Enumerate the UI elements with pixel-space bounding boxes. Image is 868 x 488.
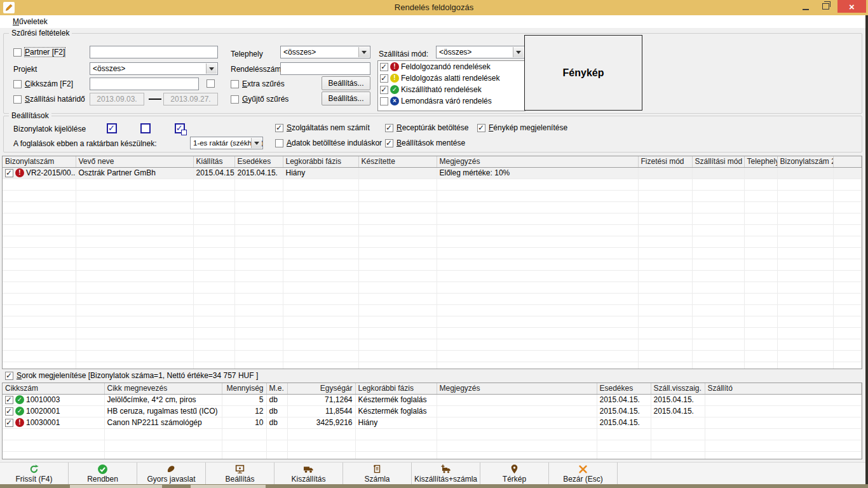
cikkszam-checkbox[interactable]: Cikkszám [F2] [13, 79, 73, 88]
state-label[interactable]: Feldolgozás alatti rendelések [401, 74, 499, 83]
delivery-button[interactable]: Kiszállítás [275, 463, 343, 485]
adatok-checkbox[interactable]: Adatok betölltése induláskor [275, 139, 382, 147]
fenykep-label[interactable]: Fénykép megjelenítése [489, 123, 567, 132]
col-fizetesi-mod[interactable]: Fizetési mód [638, 156, 692, 167]
state-checkbox[interactable] [380, 86, 388, 94]
col-bizonylatszam2[interactable]: Bizonylatszám 2. [777, 156, 833, 167]
col-kiallitas[interactable]: Kiállítás [193, 156, 234, 167]
fenykep-checkbox-box[interactable] [477, 124, 485, 132]
chevron-down-icon[interactable] [251, 138, 262, 148]
close-esc-button[interactable]: Bezár (Esc) [549, 463, 618, 485]
partner-checkbox-box[interactable] [13, 48, 22, 57]
col-keszitette[interactable]: Készítette [358, 156, 437, 167]
col-bizonylatszam[interactable]: Bizonylatszám [3, 156, 76, 167]
minimize-button[interactable] [796, 0, 815, 13]
col-szall-visszaig[interactable]: Száll.visszaig. [651, 383, 705, 394]
hatarido-checkbox-box[interactable] [13, 95, 22, 104]
col-esedekes[interactable]: Esedékes [597, 383, 651, 394]
settings-button[interactable]: Beállítás [206, 463, 275, 485]
chevron-down-icon[interactable] [513, 47, 524, 57]
state-label[interactable]: Feldolgozandó rendelések [401, 62, 491, 71]
gyujto-szures-checkbox-box[interactable] [231, 95, 239, 104]
state-checkbox[interactable] [380, 63, 388, 71]
quick-suggestion-button[interactable]: Gyors javaslat [137, 463, 206, 485]
order-row[interactable]: ! VR2-2015/00... Osztrák Partner GmBh 20… [3, 167, 862, 179]
receptura-label[interactable]: Receptúrák betöltése [397, 123, 468, 132]
delivery-invoice-button[interactable]: Kiszállítás+számla [412, 463, 480, 485]
rows-toggle[interactable]: Sorok megjelenítése [Bizonylatok száma=1… [5, 371, 258, 380]
menu-item-muveletek[interactable]: Műveletek [13, 15, 48, 28]
cikkszam-extra-checkbox[interactable] [207, 79, 215, 88]
item-row[interactable]: ✓ 10010003 Jelölőcímke, 4*2 cm, piros 5 … [3, 394, 862, 405]
chevron-down-icon[interactable] [206, 64, 217, 74]
hatarido-to-input[interactable] [163, 93, 218, 105]
telephely-combobox[interactable]: <összes> [280, 46, 370, 58]
col-legkorabbi-fazis[interactable]: Legkorábbi fázis [283, 156, 358, 167]
state-feldolgozas-alatti[interactable]: ! Feldolgozás alatti rendelések [378, 72, 525, 84]
row-checkbox[interactable] [5, 396, 13, 404]
cikkszam-checkbox-box[interactable] [13, 80, 22, 88]
col-szallito[interactable]: Szállító [705, 383, 862, 394]
cikkszam-checkbox-label[interactable]: Cikkszám [F2] [25, 79, 73, 88]
szolgaltatas-checkbox-box[interactable] [275, 124, 283, 132]
col-szallitasi-mod[interactable]: Szállítási mód [692, 156, 744, 167]
projekt-combobox[interactable]: <összes> [90, 62, 218, 75]
extra-beallitas-button[interactable]: Beállítás... [322, 76, 370, 90]
restore-button[interactable] [817, 0, 835, 13]
extra-szures-label[interactable]: Extra szűrés [242, 79, 285, 88]
rows-toggle-label[interactable]: Sorok megjelenítése [Bizonylatok száma=1… [17, 371, 258, 380]
mentes-checkbox-box[interactable] [385, 139, 393, 147]
cikkszam-input[interactable] [90, 78, 199, 90]
hatarido-from-input[interactable] [90, 93, 144, 105]
state-checkbox[interactable] [380, 74, 388, 83]
gyujto-beallitas-button[interactable]: Beállítás... [322, 92, 370, 105]
extra-szures-checkbox[interactable]: Extra szűrés [231, 79, 285, 88]
col-esedekes[interactable]: Esedékes [234, 156, 283, 167]
col-megjegyzes[interactable]: Megjegyzés [437, 383, 597, 394]
partner-input[interactable] [90, 46, 218, 58]
item-row[interactable]: ! 10030001 Canon NP2211 számológép 10 db… [3, 417, 862, 428]
row-checkbox[interactable] [5, 419, 13, 427]
state-feldolgozando[interactable]: ! Feldolgozandó rendelések [378, 61, 525, 72]
rendelesszam-input[interactable] [280, 62, 370, 75]
col-me[interactable]: M.e. [266, 383, 287, 394]
receptura-checkbox-box[interactable] [385, 124, 393, 132]
item-row[interactable]: ✓ 10020001 HB ceruza, rugalmas testű (IC… [3, 405, 862, 417]
state-kiszallithato[interactable]: ✓ Kiszállítható rendelések [378, 84, 525, 95]
state-lemondasra-varo[interactable]: × Lemondásra váró rendelés [378, 95, 525, 107]
row-checkbox[interactable] [5, 407, 13, 416]
fenykep-checkbox[interactable]: Fénykép megjelenítése [477, 123, 567, 132]
adatok-label[interactable]: Adatok betölltése induláskor [287, 139, 382, 147]
invoice-button[interactable]: Számla [343, 463, 412, 485]
state-checkbox[interactable] [380, 97, 388, 105]
mentes-label[interactable]: Beállítások mentése [397, 139, 465, 147]
partner-checkbox[interactable]: Partner [F2] [13, 48, 65, 57]
invert-selection-button[interactable] [175, 123, 185, 133]
col-vevo-neve[interactable]: Vevő neve [76, 156, 193, 167]
hatarido-checkbox-label[interactable]: Szállítási határidő [25, 95, 85, 104]
col-megjegyzes[interactable]: Megjegyzés [437, 156, 638, 167]
raktar-combobox[interactable]: 1-es raktár (székhely) [190, 137, 263, 149]
adatok-checkbox-box[interactable] [275, 139, 283, 147]
receptura-checkbox[interactable]: Receptúrák betöltése [385, 123, 468, 132]
col-telephely[interactable]: Telephely [744, 156, 777, 167]
map-button[interactable]: Térkép [480, 463, 549, 485]
ok-button[interactable]: Rendben [69, 463, 137, 485]
col-legkorabbi-fazis[interactable]: Legkorábbi fázis [355, 383, 437, 394]
col-mennyiseg[interactable]: Mennyiség [222, 383, 266, 394]
szallitasi-mod-combobox[interactable]: <összes> [436, 46, 525, 58]
partner-checkbox-label[interactable]: Partner [F2] [25, 48, 65, 57]
select-all-button[interactable] [107, 123, 117, 133]
rows-toggle-checkbox[interactable] [5, 372, 13, 380]
close-button[interactable]: × [837, 0, 866, 13]
szolgaltatas-label[interactable]: Szolgáltatás nem számít [287, 123, 370, 132]
col-egysegar[interactable]: Egységár [287, 383, 355, 394]
state-label[interactable]: Kiszállítható rendelések [401, 85, 482, 94]
chevron-down-icon[interactable] [358, 47, 369, 57]
gyujto-szures-label[interactable]: Gyűjtő szűrés [242, 95, 288, 104]
szolgaltatas-checkbox[interactable]: Szolgáltatás nem számít [275, 123, 370, 132]
deselect-all-button[interactable] [140, 123, 151, 133]
col-cikk-megnevezes[interactable]: Cikk megnevezés [104, 383, 222, 394]
row-checkbox[interactable] [5, 169, 13, 177]
state-label[interactable]: Lemondásra váró rendelés [401, 97, 492, 105]
